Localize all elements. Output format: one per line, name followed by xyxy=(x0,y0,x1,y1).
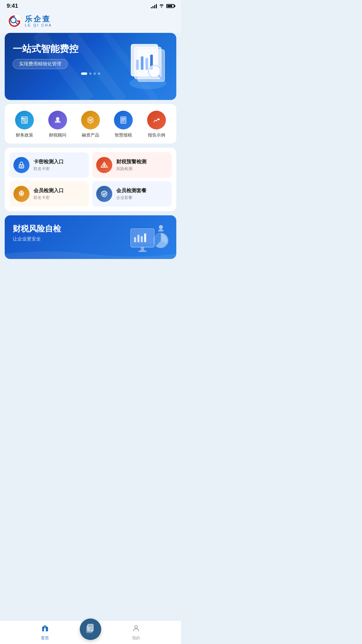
card-password-text: 卡密检测入口 联名卡密 xyxy=(34,159,64,172)
card-member-package[interactable]: 会员检测套餐 企业套餐 xyxy=(92,181,172,207)
feature-cards: 卡密检测入口 联名卡密 财税预警检测 风险检测 会员检测入口 联名卡 xyxy=(5,148,176,211)
member-detect-title: 会员检测入口 xyxy=(34,187,64,194)
member-package-sub: 企业套餐 xyxy=(116,195,146,201)
member-detect-sub: 联名卡密 xyxy=(34,195,64,201)
svg-point-17 xyxy=(56,117,59,120)
member-package-icon xyxy=(96,186,112,202)
quick-menu: 财务政策 财税顾问 融资产品 xyxy=(5,104,176,144)
dot-2[interactable] xyxy=(89,72,92,75)
svg-rect-30 xyxy=(141,236,143,242)
banner-dots xyxy=(13,69,168,75)
svg-rect-31 xyxy=(144,233,146,242)
banner-card[interactable]: 一站式智能费控 实现费用精细化管理 xyxy=(5,33,176,100)
dot-4[interactable] xyxy=(98,72,100,75)
dot-1[interactable] xyxy=(81,72,87,75)
svg-point-24 xyxy=(21,166,22,167)
smart-tax-label: 智慧报税 xyxy=(115,132,132,138)
svg-rect-29 xyxy=(137,235,139,242)
status-time: 9:41 xyxy=(7,3,18,9)
card-password-title: 卡密检测入口 xyxy=(34,159,64,165)
svg-rect-19 xyxy=(121,117,126,123)
svg-marker-18 xyxy=(88,117,93,123)
card-tax-alert[interactable]: 财税预警检测 风险检测 xyxy=(92,152,172,178)
logo-en: LE QI CHA xyxy=(25,23,52,27)
logo: 乐企查 LE QI CHA xyxy=(7,13,52,29)
main-banner[interactable]: 一站式智能费控 实现费用精细化管理 xyxy=(5,33,176,100)
member-package-text: 会员检测套餐 企业套餐 xyxy=(116,187,146,201)
signal-icon xyxy=(151,4,157,8)
tax-advisor-icon xyxy=(48,111,67,129)
header: 乐企查 LE QI CHA xyxy=(0,11,181,33)
tax-alert-title: 财税预警检测 xyxy=(116,159,146,165)
finance-policy-label: 财务政策 xyxy=(16,132,33,138)
financing-icon xyxy=(81,111,100,129)
finance-policy-icon xyxy=(15,111,34,129)
svg-point-35 xyxy=(159,225,163,229)
member-package-title: 会员检测套餐 xyxy=(116,187,146,194)
tax-alert-text: 财税预警检测 风险检测 xyxy=(116,159,146,172)
banner-subtitle: 实现费用精细化管理 xyxy=(13,59,68,69)
status-bar: 9:41 xyxy=(0,0,181,11)
tax-alert-icon xyxy=(96,157,112,173)
card-password-icon xyxy=(13,157,29,173)
menu-item-tax-advisor[interactable]: 财税顾问 xyxy=(44,111,71,138)
report-icon xyxy=(147,111,166,129)
member-detect-icon xyxy=(13,186,29,202)
svg-rect-28 xyxy=(134,237,136,242)
logo-zh: 乐企查 xyxy=(25,15,52,23)
svg-point-25 xyxy=(20,193,22,195)
svg-rect-32 xyxy=(141,247,144,251)
tax-alert-sub: 风险检测 xyxy=(116,166,146,172)
banner-title: 一站式智能费控 xyxy=(13,43,168,55)
menu-item-smart-tax[interactable]: 智慧报税 xyxy=(110,111,137,138)
menu-item-report[interactable]: 报告示例 xyxy=(143,111,170,138)
svg-rect-12 xyxy=(145,58,148,70)
menu-item-financing[interactable]: 融资产品 xyxy=(77,111,104,138)
banner2-illustration xyxy=(124,219,171,259)
logo-icon xyxy=(7,13,22,29)
tax-risk-banner[interactable]: 财税风险自检 让企业更安全 xyxy=(5,215,176,259)
logo-text: 乐企查 LE QI CHA xyxy=(25,15,52,27)
member-detect-text: 会员检测入口 联名卡密 xyxy=(34,187,64,201)
card-member-detect[interactable]: 会员检测入口 联名卡密 xyxy=(9,181,89,207)
svg-rect-33 xyxy=(138,251,146,252)
battery-icon xyxy=(166,4,174,8)
tax-advisor-label: 财税顾问 xyxy=(49,132,66,138)
quick-menu-grid: 财务政策 财税顾问 融资产品 xyxy=(8,111,173,138)
smart-tax-icon xyxy=(114,111,133,129)
menu-item-finance-policy[interactable]: 财务政策 xyxy=(11,111,38,138)
wifi-icon xyxy=(159,3,164,9)
card-card-password[interactable]: 卡密检测入口 联名卡密 xyxy=(9,152,89,178)
svg-rect-11 xyxy=(141,56,143,70)
card-password-sub: 联名卡密 xyxy=(34,166,64,172)
svg-rect-10 xyxy=(136,60,139,70)
financing-label: 融资产品 xyxy=(82,132,99,138)
status-icons xyxy=(151,3,174,9)
dot-3[interactable] xyxy=(94,72,96,75)
report-label: 报告示例 xyxy=(148,132,165,138)
